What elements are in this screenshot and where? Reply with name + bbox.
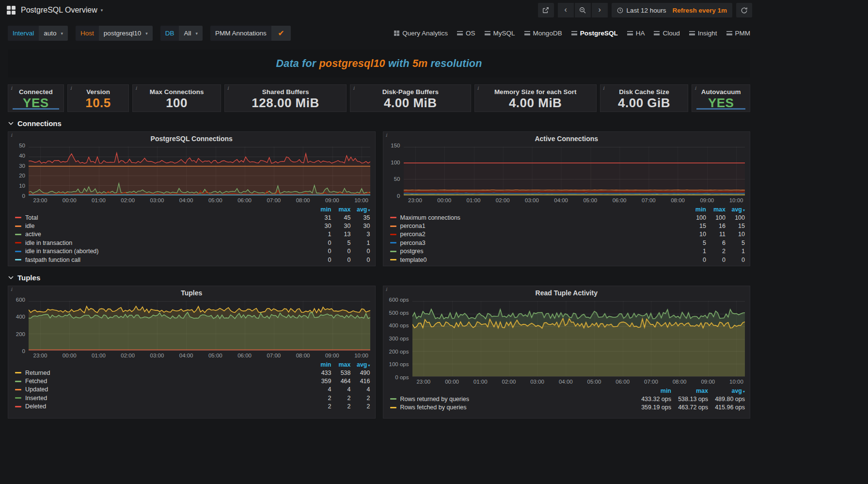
legend-col-avg[interactable]: avg▾ (351, 361, 370, 369)
series-label[interactable]: fastpath function call (25, 257, 80, 263)
legend-col-max[interactable]: max (331, 361, 351, 369)
panel-info-icon[interactable]: i (386, 132, 387, 138)
series-label[interactable]: Returned (25, 370, 50, 376)
panel-info-icon[interactable]: i (11, 132, 12, 138)
panel-info-icon[interactable]: i (386, 287, 387, 292)
x-tick: 02:00 (496, 197, 510, 203)
legend-col-max[interactable]: max (671, 387, 708, 395)
panel-info-icon[interactable]: i (603, 85, 604, 91)
series-label[interactable]: postgres (400, 248, 424, 255)
y-axis: 0 ops100 ops200 ops300 ops400 ops500 ops… (386, 300, 412, 377)
chart-canvas[interactable] (412, 300, 745, 377)
chart-canvas[interactable] (29, 300, 370, 351)
series-label[interactable]: Fetched (25, 378, 47, 385)
interval-select[interactable]: auto▾ (39, 26, 68, 41)
legend-col-avg[interactable]: avg▾ (726, 206, 745, 213)
nav-link-insight[interactable]: Insight (689, 30, 717, 37)
series-label[interactable]: Inserted (25, 395, 47, 402)
nav-link-mongodb[interactable]: MongoDB (524, 30, 562, 37)
series-label[interactable]: Deleted (25, 403, 46, 410)
panel-info-icon[interactable]: i (11, 287, 12, 292)
time-back-button[interactable]: ‹ (558, 3, 574, 17)
series-values: 30 30 30 (312, 223, 370, 229)
chart-plot[interactable] (404, 145, 745, 196)
legend-col-max[interactable]: max (331, 206, 351, 213)
series-label[interactable]: percona1 (400, 223, 426, 229)
pmm-annotations-checkbox[interactable]: ✔ (271, 26, 291, 41)
series-min: 0 (312, 240, 331, 246)
series-min: 1 (312, 231, 331, 238)
nav-link-os[interactable]: OS (457, 30, 475, 37)
series-label[interactable]: Total (25, 214, 38, 221)
legend-row: active 1 13 3 (15, 230, 370, 239)
chart-plot[interactable] (29, 145, 370, 196)
chart-canvas[interactable] (404, 145, 745, 196)
series-max: 0 (706, 257, 726, 263)
panel-info-icon[interactable]: i (227, 85, 229, 91)
legend-col-avg[interactable]: avg▾ (351, 206, 370, 213)
nav-link-pmm[interactable]: PMM (726, 30, 751, 37)
series-label[interactable]: Updated (25, 386, 48, 393)
panel-info-icon[interactable]: i (11, 85, 12, 91)
panel-info-icon[interactable]: i (694, 85, 696, 91)
section-collapse-icon (8, 122, 14, 125)
legend-col-min[interactable]: min (634, 387, 671, 395)
series-label[interactable]: Rows fetched by queries (400, 404, 467, 411)
panel-info-icon[interactable]: i (135, 85, 137, 91)
series-label[interactable]: Maximum connections (400, 214, 460, 221)
chart-plot[interactable] (29, 300, 370, 351)
chart-canvas[interactable] (29, 145, 370, 196)
legend-col-min[interactable]: min (312, 206, 331, 213)
section-header-tuples[interactable]: Tuples (0, 266, 758, 286)
section-collapse-icon (8, 276, 14, 279)
stat-panel-connected: i Connected YES (8, 84, 64, 112)
chart-title[interactable]: Active Connections (383, 132, 750, 145)
grafana-menu-icon[interactable] (7, 6, 16, 15)
panel-info-icon[interactable]: i (353, 85, 354, 91)
zoom-out-button[interactable] (575, 3, 591, 17)
nav-link-mysql[interactable]: MySQL (485, 30, 515, 37)
y-tick: 300 ops (389, 336, 409, 341)
time-forward-button[interactable]: › (592, 3, 608, 17)
legend-row: Updated 4 4 4 (15, 386, 370, 394)
series-color-swatch (15, 372, 21, 373)
series-label[interactable]: idle in transaction (aborted) (25, 248, 98, 255)
nav-link-postgresql[interactable]: PostgreSQL (571, 30, 618, 37)
chart-title[interactable]: Tuples (8, 286, 375, 300)
chart-plot[interactable] (412, 300, 745, 377)
panel-info-icon[interactable]: i (70, 85, 72, 91)
legend-col-avg[interactable]: avg▾ (708, 387, 745, 395)
refresh-button[interactable] (736, 3, 752, 17)
nav-link-ha[interactable]: HA (627, 30, 645, 37)
x-tick: 04:00 (179, 197, 193, 203)
legend-col-max[interactable]: max (706, 206, 726, 213)
legend-col-min[interactable]: min (687, 206, 706, 213)
chart-title[interactable]: Read Tuple Activity (383, 286, 750, 300)
y-tick: 40 (19, 153, 25, 159)
host-select[interactable]: postgresql10▾ (99, 26, 153, 41)
series-avg: 2 (351, 395, 370, 402)
nav-link-query-analytics[interactable]: Query Analytics (394, 30, 448, 37)
panel-info-icon[interactable]: i (477, 85, 479, 91)
section-title: Connections (17, 119, 62, 128)
series-values: 2 2 2 (312, 403, 370, 410)
series-label[interactable]: percona2 (400, 231, 426, 238)
x-tick: 01:00 (473, 379, 488, 385)
series-label[interactable]: percona3 (400, 240, 426, 246)
time-picker-button[interactable]: Last 12 hours Refresh every 1m (612, 3, 732, 17)
y-tick: 0 (397, 193, 400, 199)
series-label[interactable]: idle (25, 223, 34, 229)
series-label[interactable]: active (25, 231, 41, 238)
dashboard-title[interactable]: PostgreSQL Overview ▾ (21, 6, 103, 15)
series-label[interactable]: Rows returned by queries (400, 396, 469, 403)
db-variable: DB All▾ (160, 26, 203, 41)
chart-title[interactable]: PostgreSQL Connections (8, 132, 375, 145)
series-label[interactable]: template0 (400, 257, 427, 263)
share-button[interactable] (538, 3, 554, 17)
nav-link-cloud[interactable]: Cloud (654, 30, 679, 37)
section-header-connections[interactable]: Connections (0, 112, 758, 131)
series-label[interactable]: idle in transaction (25, 240, 72, 246)
stat-title: Disk-Page Buffers (350, 88, 470, 96)
legend-col-min[interactable]: min (312, 361, 331, 369)
db-select[interactable]: All▾ (179, 26, 203, 41)
